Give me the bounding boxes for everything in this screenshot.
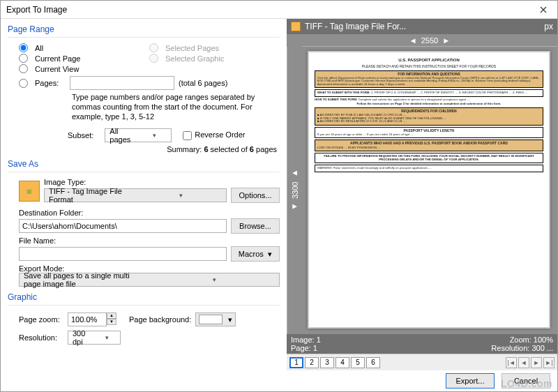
preview-header: TIFF - Tag Image File For... px <box>287 19 557 34</box>
chevron-down-icon: ▾ <box>135 192 226 199</box>
page-bg-label: Page background: <box>129 315 191 324</box>
watermark: LO4D.com <box>501 378 552 389</box>
tiff-format-icon: ▦ <box>19 181 40 202</box>
preview-status: Image: 1Page: 1 Zoom: 100%Resolution: 30… <box>287 334 557 354</box>
save-as-section: ▦ Image Type: TIFF - Tag Image File Form… <box>8 176 280 287</box>
file-name-label: File Name: <box>19 236 280 245</box>
nav-first-icon[interactable]: |◄ <box>506 357 517 368</box>
close-button[interactable] <box>529 1 557 19</box>
resolution-label: Resolution: <box>19 333 63 342</box>
preview-page: U.S. PASSPORT APPLICATION PLEASE DETACH … <box>308 51 550 329</box>
thumb-page[interactable]: 3 <box>320 357 334 368</box>
radio-selected-graphic <box>149 54 158 63</box>
radio-current-view[interactable] <box>19 64 28 73</box>
image-type-label: Image Type: <box>44 178 280 186</box>
pages-hint: Type page numbers and/or page ranges sep… <box>19 93 280 121</box>
options-button[interactable]: Options... <box>231 188 280 203</box>
close-icon <box>540 6 547 13</box>
resolution-value: 300 dpi <box>68 329 94 346</box>
subset-combo[interactable]: All pages ▾ <box>105 128 172 142</box>
chevron-down-icon: ▾ <box>94 334 120 341</box>
nav-prev-icon[interactable]: ◄ <box>518 357 529 368</box>
total-pages-label: (total 6 pages) <box>179 79 227 87</box>
thumb-page[interactable]: 2 <box>305 357 319 368</box>
graphic-title: Graphic <box>8 291 280 305</box>
image-type-value: TIFF - Tag Image File Format <box>45 187 135 204</box>
radio-all-label: All <box>35 44 43 52</box>
graphic-section: Page zoom: ▲▼ Page background: ▾ <box>8 310 280 346</box>
preview-panel: TIFF - Tag Image File For... px ◄ 2550 ►… <box>287 19 557 391</box>
thumb-page[interactable]: 6 <box>366 357 380 368</box>
nav-last-icon[interactable]: ►| <box>543 357 555 368</box>
dialog-content: Page Range All Current Page Current View… <box>1 19 557 391</box>
radio-all[interactable] <box>19 43 28 52</box>
radio-pages-label: Pages: <box>35 79 66 87</box>
nav-next-icon[interactable]: ► <box>531 357 542 368</box>
radio-current-page-label: Current Page <box>35 54 80 63</box>
page-zoom-label: Page zoom: <box>19 315 63 324</box>
vertical-ruler: ◄ 3300 ► <box>287 47 302 334</box>
radio-selected-pages-label: Selected Pages <box>165 44 219 52</box>
export-to-image-dialog: Export To Image Page Range All Current P… <box>0 0 558 392</box>
thumb-page[interactable]: 5 <box>351 357 365 368</box>
preview-units: px <box>544 22 553 31</box>
spin-up-icon[interactable]: ▲ <box>107 312 116 319</box>
pages-input[interactable] <box>70 76 174 90</box>
subset-label: Subset: <box>68 131 93 140</box>
browse-button[interactable]: Browse... <box>231 218 280 234</box>
radio-selected-graphic-label: Selected Graphic <box>165 54 224 63</box>
thumb-page[interactable]: 4 <box>335 357 349 368</box>
page-range-title: Page Range <box>8 23 280 37</box>
reverse-order-checkbox[interactable] <box>183 131 192 140</box>
page-range-summary: Summary: 6 selected of 6 pages <box>19 142 280 158</box>
tiff-icon <box>291 22 301 31</box>
preview-body[interactable]: ◄ 2550 ► ◄ 3300 ► U.S. PASSPORT APPLICAT… <box>287 34 557 334</box>
horizontal-ruler: ◄ 2550 ► <box>302 34 557 47</box>
radio-selected-pages <box>149 43 158 52</box>
radio-current-view-label: Current View <box>35 65 79 73</box>
chevron-down-icon: ▾ <box>149 276 279 283</box>
dest-folder-label: Destination Folder: <box>19 209 280 217</box>
subset-value: All pages <box>105 127 138 144</box>
thumbnail-strip: 1 2 3 4 5 6 |◄ ◄ ► ►| <box>287 354 557 370</box>
export-mode-value: Save all pages to a single multi page im… <box>20 271 149 288</box>
page-range-section: All Current Page Current View Selected P… <box>8 42 280 158</box>
file-name-input[interactable] <box>19 247 227 261</box>
radio-pages[interactable] <box>19 79 28 88</box>
chevron-down-icon: ▾ <box>225 315 235 324</box>
window-title: Export To Image <box>6 5 67 15</box>
color-swatch <box>199 315 223 324</box>
save-as-title: Save As <box>8 158 280 172</box>
page-background-picker[interactable]: ▾ <box>195 312 236 326</box>
preview-title: TIFF - Tag Image File For... <box>305 22 406 31</box>
thumb-page[interactable]: 1 <box>289 357 303 368</box>
export-button[interactable]: Export... <box>446 373 495 389</box>
export-mode-combo[interactable]: Save all pages to a single multi page im… <box>19 273 280 287</box>
spin-down-icon[interactable]: ▼ <box>107 319 116 325</box>
resolution-combo[interactable]: 300 dpi ▾ <box>68 331 121 345</box>
chevron-down-icon: ▾ <box>138 132 171 139</box>
radio-current-page[interactable] <box>19 54 28 63</box>
titlebar: Export To Image <box>1 1 557 19</box>
image-type-combo[interactable]: TIFF - Tag Image File Format ▾ <box>44 188 227 202</box>
left-panel: Page Range All Current Page Current View… <box>1 19 287 391</box>
macros-button[interactable]: Macros ▾ <box>231 246 280 262</box>
destination-folder-input[interactable] <box>19 219 227 233</box>
page-zoom-input[interactable]: ▲▼ <box>68 312 116 326</box>
reverse-order[interactable]: Reverse Order <box>183 130 245 140</box>
